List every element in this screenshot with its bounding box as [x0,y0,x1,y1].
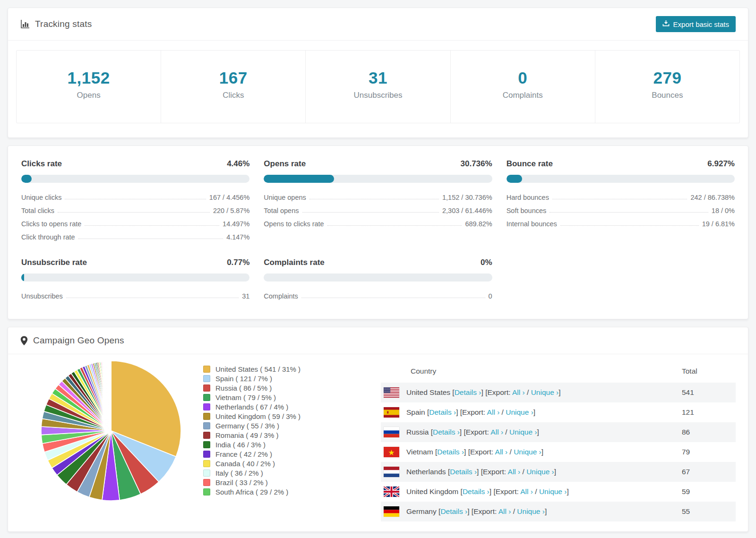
rate-panel-opens-rate: Opens rate30.736%Unique opens1,152 / 30.… [264,159,492,244]
page-title: Tracking stats [35,19,92,29]
rate-detail-value: 14.497% [223,220,249,228]
rate-panel-complaints-rate: Complaints rate0%Complaints0 [264,258,492,303]
rate-detail-value: 242 / 86.738% [690,194,735,201]
summary-value: 279 [595,68,739,87]
legend-item-spain[interactable]: Spain ( 121 / 7% ) [203,375,354,383]
summary-row: 1,152Opens167Clicks31Unsubscribes0Compla… [16,50,740,123]
geo-title-wrap: Campaign Geo Opens [20,335,124,346]
country-name: Russia [406,428,431,436]
details-link[interactable]: Details › [429,408,456,416]
rate-title: Complaints rate [264,258,324,267]
export-all-link[interactable]: All › [498,507,511,515]
export-all-link[interactable]: All › [495,448,508,456]
summary-label: Opens [17,91,161,100]
legend-item-india[interactable]: India ( 46 / 3% ) [203,441,354,449]
country-name: Germany [406,507,438,515]
legend-item-vietnam[interactable]: Vietnam ( 79 / 5% ) [203,393,354,401]
column-header-total: Total [679,360,736,383]
legend-label: Spain ( 121 / 7% ) [215,375,272,383]
legend-item-italy[interactable]: Italy ( 36 / 2% ) [203,469,354,477]
summary-box-unsubscribes: 31Unsubscribes [305,50,450,123]
summary-wrap: 1,152Opens167Clicks31Unsubscribes0Compla… [8,41,748,137]
export-all-link[interactable]: All › [508,468,521,476]
country-total: 67 [679,462,736,482]
slash: / [533,487,539,495]
legend-swatch [203,384,210,392]
export-all-link[interactable]: All › [520,487,533,495]
details-link[interactable]: Details › [455,388,481,396]
details-link[interactable]: Details › [440,507,467,515]
legend-label: France ( 42 / 2% ) [215,450,272,458]
legend-label: Brazil ( 33 / 2% ) [215,478,268,487]
legend-swatch [203,375,210,382]
export-unique-link[interactable]: Unique › [526,468,554,476]
export-unique-link[interactable]: Unique › [514,448,541,456]
geo-table-row-netherlands: Netherlands [Details ›] [Export: All › /… [381,462,736,482]
legend-swatch [203,460,210,467]
export-basic-stats-button[interactable]: Export basic stats [656,16,736,32]
bracket: ] [533,408,535,416]
export-all-link[interactable]: All › [490,428,503,436]
details-link[interactable]: Details › [450,468,477,476]
legend-item-germany[interactable]: Germany ( 55 / 3% ) [203,422,354,430]
rate-detail-row: Opens to clicks rate689.82% [264,217,492,231]
legend-item-russia[interactable]: Russia ( 86 / 5% ) [203,384,354,392]
legend-item-brazil[interactable]: Brazil ( 33 / 2% ) [203,478,354,487]
rate-value: 4.46% [227,159,249,169]
geo-table-row-spain: Spain [Details ›] [Export: All › / Uniqu… [381,402,736,422]
legend-label: Vietnam ( 79 / 5% ) [215,393,276,401]
legend-item-canada[interactable]: Canada ( 40 / 2% ) [203,460,354,468]
geo-table-row-united-kingdom: United Kingdom [Details ›] [Export: All … [381,482,736,502]
country-total: 55 [679,502,736,521]
legend-item-united-kingdom[interactable]: United Kingdom ( 59 / 3% ) [203,412,354,420]
summary-value: 167 [161,68,305,87]
export-prefix: ] [Export: [481,388,512,396]
export-unique-link[interactable]: Unique › [531,388,559,396]
legend-swatch [203,403,210,410]
rate-detail-row: Internal bounces19 / 6.81% [507,217,735,231]
rate-detail-value: 689.82% [465,220,492,228]
legend-swatch [203,441,210,448]
export-all-link[interactable]: All › [512,388,525,396]
export-unique-link[interactable]: Unique › [517,507,545,515]
country-total: 79 [679,442,736,462]
summary-value: 1,152 [17,68,161,87]
rate-detail-value: 0 [489,292,492,300]
geo-table-row-vietnam: Vietnam [Details ›] [Export: All › / Uni… [381,442,736,462]
rate-detail-value: 31 [242,292,249,300]
legend-item-netherlands[interactable]: Netherlands ( 67 / 4% ) [203,403,354,411]
legend-label: Canada ( 40 / 2% ) [215,460,275,468]
legend-item-united-states[interactable]: United States ( 541 / 31% ) [203,365,354,373]
country-name: United States [406,388,452,396]
rate-value: 6.927% [707,159,735,169]
summary-box-complaints: 0Complaints [450,50,595,123]
details-link[interactable]: Details › [433,428,460,436]
column-header-country: Country [381,360,679,383]
summary-label: Bounces [595,91,739,100]
legend-swatch [203,479,210,486]
legend-item-france[interactable]: France ( 42 / 2% ) [203,450,354,458]
export-all-link[interactable]: All › [487,408,500,416]
de-flag-icon [384,506,399,517]
export-unique-link[interactable]: Unique › [506,408,533,416]
rate-detail-row: Total opens2,303 / 61.446% [264,204,492,217]
details-link[interactable]: Details › [463,487,490,495]
export-unique-link[interactable]: Unique › [509,428,537,436]
bracket: ] [537,428,539,436]
country-total: 541 [679,383,736,402]
export-prefix: ] [Export: [460,428,490,436]
tracking-stats-header: Tracking stats Export basic stats [8,8,748,41]
rate-panel-clicks-rate: Clicks rate4.46%Unique clicks167 / 4.456… [21,159,249,244]
geo-body: United States ( 541 / 31% )Spain ( 121 /… [8,354,748,521]
slash: / [499,408,506,416]
legend-item-south-africa[interactable]: South Africa ( 29 / 2% ) [203,488,354,496]
legend-item-romania[interactable]: Romania ( 49 / 3% ) [203,431,354,439]
export-prefix: ] [Export: [456,408,487,416]
bracket: ] [545,507,547,515]
export-unique-link[interactable]: Unique › [539,487,567,495]
rate-title: Clicks rate [21,159,62,169]
rate-detail-value: 18 / 0% [712,207,735,214]
details-link[interactable]: Details › [437,448,464,456]
summary-value: 0 [451,68,595,87]
country-total: 86 [679,422,736,442]
